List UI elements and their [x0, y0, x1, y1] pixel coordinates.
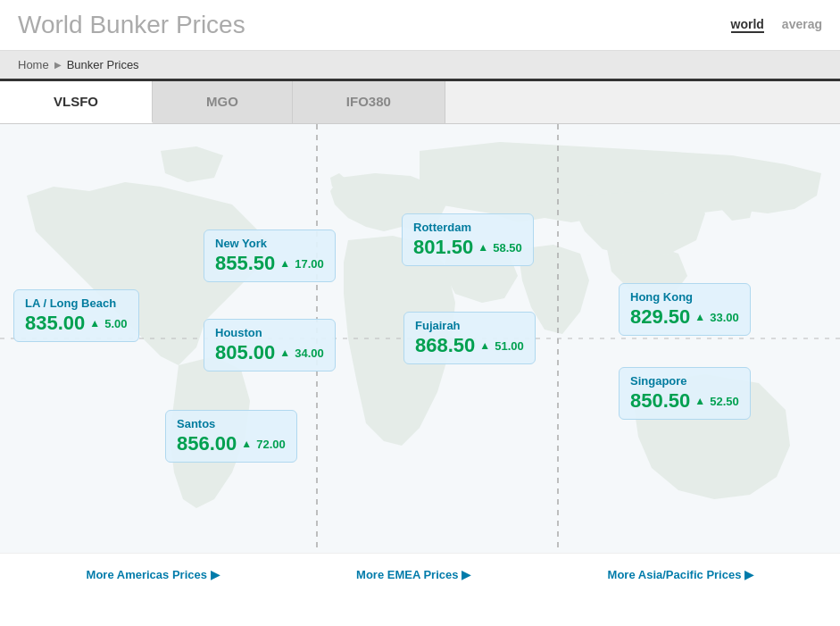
card-price: 835.00 — [25, 312, 85, 335]
tabs-container: VLSFO MGO IFO380 — [0, 81, 840, 124]
up-arrow-icon: ▲ — [694, 311, 705, 323]
more-emea-icon: ▶ — [462, 568, 470, 581]
breadcrumb: Home ▶ Bunker Prices — [0, 51, 840, 81]
card-singapore[interactable]: Singapore 850.50 ▲ 52.50 — [619, 367, 751, 420]
up-arrow-icon: ▲ — [279, 257, 290, 270]
card-fujairah[interactable]: Fujairah 868.50 ▲ 51.00 — [403, 312, 536, 364]
card-change: 52.50 — [710, 395, 739, 408]
card-price: 856.00 — [177, 432, 237, 455]
card-city: Fujairah — [415, 319, 524, 332]
more-emea-label: More EMEA Prices — [356, 568, 458, 581]
up-arrow-icon: ▲ — [479, 339, 490, 352]
card-change: 17.00 — [295, 257, 324, 271]
card-city: Rotterdam — [413, 221, 522, 234]
card-new-york[interactable]: New York 855.50 ▲ 17.00 — [204, 230, 336, 282]
breadcrumb-current: Bunker Prices — [67, 58, 139, 71]
nav-world[interactable]: world — [731, 17, 764, 33]
nav-average[interactable]: averag — [782, 17, 822, 33]
card-price: 850.50 — [630, 389, 690, 413]
up-arrow-icon: ▲ — [478, 241, 488, 254]
card-rotterdam[interactable]: Rotterdam 801.50 ▲ 58.50 — [402, 213, 534, 266]
up-arrow-icon: ▲ — [89, 317, 100, 330]
map-container: LA / Long Beach 835.00 ▲ 5.00 New York 8… — [0, 124, 840, 553]
card-price-row: 829.50 ▲ 33.00 — [630, 305, 739, 329]
card-city: New York — [215, 237, 324, 250]
card-city: Santos — [177, 417, 286, 430]
card-price-row: 805.00 ▲ 34.00 — [215, 341, 324, 364]
tab-vlsfo[interactable]: VLSFO — [0, 81, 153, 123]
card-price-row: 801.50 ▲ 58.50 — [413, 236, 522, 259]
up-arrow-icon: ▲ — [694, 395, 705, 407]
card-santos[interactable]: Santos 856.00 ▲ 72.00 — [165, 410, 297, 463]
card-change: 51.00 — [495, 339, 524, 353]
header-nav: world averag — [731, 17, 823, 33]
tab-ifo380[interactable]: IFO380 — [293, 81, 445, 123]
card-change: 5.00 — [104, 317, 127, 330]
breadcrumb-separator: ▶ — [54, 60, 62, 70]
card-change: 33.00 — [710, 311, 739, 324]
card-price: 805.00 — [215, 341, 275, 364]
up-arrow-icon: ▲ — [279, 346, 290, 359]
card-price-row: 868.50 ▲ 51.00 — [415, 334, 524, 357]
card-change: 58.50 — [493, 241, 522, 255]
title-bold: World — [18, 11, 83, 38]
card-la-long-beach[interactable]: LA / Long Beach 835.00 ▲ 5.00 — [13, 289, 139, 342]
up-arrow-icon: ▲ — [241, 438, 252, 450]
breadcrumb-home[interactable]: Home — [18, 58, 49, 71]
more-americas-icon: ▶ — [211, 568, 220, 581]
card-price: 801.50 — [413, 236, 473, 259]
more-asia-pacific-icon: ▶ — [744, 568, 753, 581]
card-hong-kong[interactable]: Hong Kong 829.50 ▲ 33.00 — [619, 283, 751, 336]
site-title: World Bunker Prices — [18, 11, 245, 39]
more-asia-pacific-label: More Asia/Pacific Prices — [608, 568, 742, 581]
tab-mgo[interactable]: MGO — [153, 81, 293, 123]
card-city: LA / Long Beach — [25, 296, 128, 310]
card-price-row: 855.50 ▲ 17.00 — [215, 252, 324, 275]
card-change: 72.00 — [256, 438, 286, 451]
more-americas-label: More Americas Prices — [87, 568, 207, 581]
card-city: Hong Kong — [630, 290, 739, 304]
card-city: Houston — [215, 326, 324, 339]
card-price-row: 850.50 ▲ 52.50 — [630, 389, 739, 413]
card-change: 34.00 — [295, 346, 324, 360]
card-price-row: 856.00 ▲ 72.00 — [177, 432, 286, 455]
more-americas-link[interactable]: More Americas Prices ▶ — [87, 568, 220, 581]
more-asia-pacific-link[interactable]: More Asia/Pacific Prices ▶ — [608, 568, 754, 581]
card-houston[interactable]: Houston 805.00 ▲ 34.00 — [204, 319, 336, 371]
card-price-row: 835.00 ▲ 5.00 — [25, 312, 128, 335]
card-city: Singapore — [630, 374, 739, 388]
title-light: Bunker Prices — [83, 11, 245, 38]
more-emea-link[interactable]: More EMEA Prices ▶ — [356, 568, 470, 581]
header: World Bunker Prices world averag — [0, 0, 840, 51]
card-price: 868.50 — [415, 334, 475, 357]
footer-links: More Americas Prices ▶ More EMEA Prices … — [0, 553, 840, 596]
card-price: 855.50 — [215, 252, 275, 275]
card-price: 829.50 — [630, 305, 690, 329]
